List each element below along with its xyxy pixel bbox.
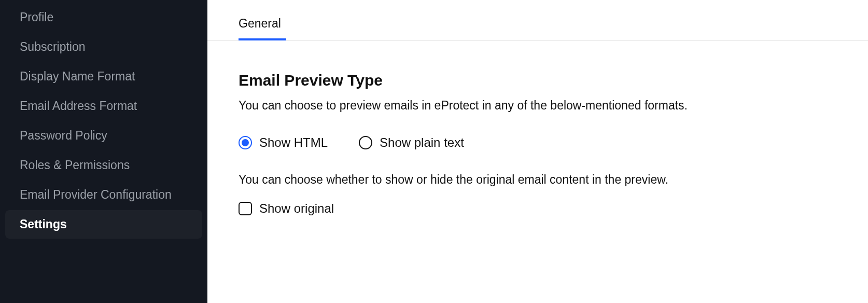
sub-description: You can choose whether to show or hide t… — [239, 173, 837, 187]
sidebar: Profile Subscription Display Name Format… — [0, 0, 207, 303]
radio-label: Show plain text — [380, 135, 464, 150]
tab-bar: General — [207, 0, 868, 40]
radio-icon-selected — [239, 136, 252, 149]
radio-show-html[interactable]: Show HTML — [239, 135, 328, 150]
checkbox-label: Show original — [259, 201, 334, 216]
tab-general[interactable]: General — [239, 17, 281, 40]
radio-label: Show HTML — [259, 135, 328, 150]
checkbox-icon-unchecked — [239, 202, 252, 215]
sidebar-item-email-address-format[interactable]: Email Address Format — [5, 92, 202, 120]
sidebar-item-password-policy[interactable]: Password Policy — [5, 121, 202, 150]
preview-type-radio-group: Show HTML Show plain text — [239, 135, 837, 150]
sidebar-item-settings[interactable]: Settings — [5, 210, 202, 239]
sidebar-item-roles-permissions[interactable]: Roles & Permissions — [5, 151, 202, 180]
section-description: You can choose to preview emails in ePro… — [239, 99, 837, 113]
checkbox-show-original[interactable]: Show original — [239, 201, 837, 216]
sidebar-item-subscription[interactable]: Subscription — [5, 33, 202, 61]
sidebar-item-profile[interactable]: Profile — [5, 3, 202, 32]
section-title: Email Preview Type — [239, 72, 837, 89]
radio-dot-icon — [242, 139, 249, 146]
settings-content: Email Preview Type You can choose to pre… — [207, 40, 868, 216]
sidebar-item-display-name-format[interactable]: Display Name Format — [5, 62, 202, 91]
sidebar-item-email-provider-configuration[interactable]: Email Provider Configuration — [5, 181, 202, 209]
radio-icon-unselected — [359, 136, 372, 149]
radio-show-plain-text[interactable]: Show plain text — [359, 135, 464, 150]
main-content: General Email Preview Type You can choos… — [207, 0, 868, 303]
